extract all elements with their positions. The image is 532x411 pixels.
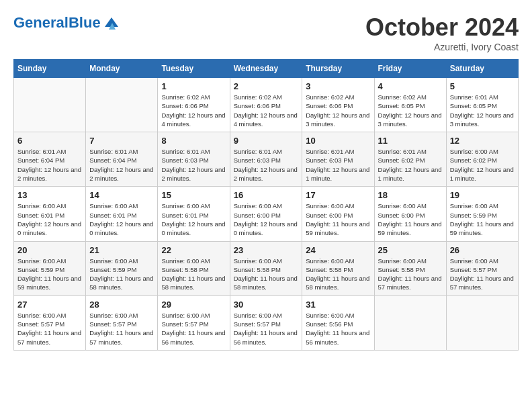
day-number: 18 — [378, 190, 443, 200]
calendar-cell — [446, 295, 518, 350]
day-number: 9 — [234, 136, 299, 146]
day-detail: Sunrise: 6:00 AM Sunset: 5:57 PM Dayligh… — [89, 311, 154, 347]
calendar-cell: 24Sunrise: 6:00 AM Sunset: 5:58 PM Dayli… — [302, 241, 374, 295]
day-header-saturday: Saturday — [446, 60, 518, 78]
day-number: 25 — [378, 245, 443, 255]
day-number: 4 — [378, 81, 443, 91]
calendar-cell: 20Sunrise: 6:00 AM Sunset: 5:59 PM Dayli… — [14, 241, 86, 295]
day-detail: Sunrise: 6:01 AM Sunset: 6:03 PM Dayligh… — [306, 147, 370, 183]
month-title: October 2024 — [365, 13, 519, 42]
day-detail: Sunrise: 6:02 AM Sunset: 6:06 PM Dayligh… — [234, 93, 299, 128]
day-number: 13 — [17, 190, 82, 200]
day-number: 8 — [161, 136, 226, 146]
day-detail: Sunrise: 6:00 AM Sunset: 5:58 PM Dayligh… — [234, 257, 299, 292]
day-number: 30 — [234, 300, 299, 310]
day-detail: Sunrise: 6:00 AM Sunset: 5:58 PM Dayligh… — [378, 257, 443, 292]
day-number: 23 — [234, 245, 299, 255]
calendar-cell: 8Sunrise: 6:01 AM Sunset: 6:03 PM Daylig… — [158, 132, 230, 187]
calendar-cell: 23Sunrise: 6:00 AM Sunset: 5:58 PM Dayli… — [230, 241, 302, 295]
calendar-cell — [374, 295, 446, 350]
week-row-4: 20Sunrise: 6:00 AM Sunset: 5:59 PM Dayli… — [14, 241, 519, 295]
day-detail: Sunrise: 6:00 AM Sunset: 5:56 PM Dayligh… — [306, 311, 370, 347]
day-number: 22 — [161, 245, 226, 255]
day-number: 2 — [234, 81, 299, 91]
calendar-cell: 22Sunrise: 6:00 AM Sunset: 5:58 PM Dayli… — [158, 241, 230, 295]
logo: GeneralBlue — [13, 13, 121, 32]
calendar-cell: 21Sunrise: 6:00 AM Sunset: 5:59 PM Dayli… — [86, 241, 158, 295]
calendar-cell: 17Sunrise: 6:00 AM Sunset: 6:00 PM Dayli… — [302, 187, 374, 241]
logo-text: GeneralBlue — [13, 14, 101, 32]
day-detail: Sunrise: 6:02 AM Sunset: 6:06 PM Dayligh… — [306, 93, 370, 128]
day-detail: Sunrise: 6:00 AM Sunset: 5:58 PM Dayligh… — [306, 257, 370, 292]
calendar-cell: 6Sunrise: 6:01 AM Sunset: 6:04 PM Daylig… — [14, 132, 86, 187]
week-row-3: 13Sunrise: 6:00 AM Sunset: 6:01 PM Dayli… — [14, 187, 519, 241]
calendar-cell: 14Sunrise: 6:00 AM Sunset: 6:01 PM Dayli… — [86, 187, 158, 241]
day-detail: Sunrise: 6:02 AM Sunset: 6:05 PM Dayligh… — [378, 93, 443, 128]
day-number: 16 — [234, 190, 299, 200]
calendar-cell — [86, 78, 158, 132]
week-row-5: 27Sunrise: 6:00 AM Sunset: 5:57 PM Dayli… — [14, 295, 519, 350]
calendar-cell — [14, 78, 86, 132]
calendar-cell: 30Sunrise: 6:00 AM Sunset: 5:57 PM Dayli… — [230, 295, 302, 350]
day-number: 28 — [89, 300, 154, 310]
calendar-cell: 4Sunrise: 6:02 AM Sunset: 6:05 PM Daylig… — [374, 78, 446, 132]
day-header-monday: Monday — [86, 60, 158, 78]
day-number: 1 — [161, 81, 226, 91]
calendar-cell: 26Sunrise: 6:00 AM Sunset: 5:57 PM Dayli… — [446, 241, 518, 295]
day-header-thursday: Thursday — [302, 60, 374, 78]
day-detail: Sunrise: 6:01 AM Sunset: 6:04 PM Dayligh… — [89, 147, 154, 183]
day-number: 5 — [450, 81, 515, 91]
day-detail: Sunrise: 6:00 AM Sunset: 6:02 PM Dayligh… — [450, 147, 515, 183]
day-detail: Sunrise: 6:00 AM Sunset: 6:01 PM Dayligh… — [17, 201, 82, 237]
page-header: GeneralBlue October 2024 Azuretti, Ivory… — [13, 13, 519, 52]
day-number: 3 — [306, 81, 370, 91]
title-block: October 2024 Azuretti, Ivory Coast — [365, 13, 519, 52]
day-number: 6 — [17, 136, 82, 146]
day-detail: Sunrise: 6:01 AM Sunset: 6:02 PM Dayligh… — [378, 147, 443, 183]
logo-icon — [102, 13, 121, 32]
day-detail: Sunrise: 6:00 AM Sunset: 5:57 PM Dayligh… — [234, 311, 299, 347]
calendar-cell: 16Sunrise: 6:00 AM Sunset: 6:00 PM Dayli… — [230, 187, 302, 241]
day-detail: Sunrise: 6:00 AM Sunset: 5:59 PM Dayligh… — [89, 257, 154, 292]
week-row-1: 1Sunrise: 6:02 AM Sunset: 6:06 PM Daylig… — [14, 78, 519, 132]
calendar-cell: 27Sunrise: 6:00 AM Sunset: 5:57 PM Dayli… — [14, 295, 86, 350]
day-detail: Sunrise: 6:00 AM Sunset: 5:57 PM Dayligh… — [161, 311, 226, 347]
day-detail: Sunrise: 6:02 AM Sunset: 6:06 PM Dayligh… — [161, 93, 226, 128]
day-number: 21 — [89, 245, 154, 255]
location-subtitle: Azuretti, Ivory Coast — [365, 42, 519, 52]
day-number: 17 — [306, 190, 370, 200]
calendar-cell: 1Sunrise: 6:02 AM Sunset: 6:06 PM Daylig… — [158, 78, 230, 132]
calendar-cell: 3Sunrise: 6:02 AM Sunset: 6:06 PM Daylig… — [302, 78, 374, 132]
calendar-cell: 10Sunrise: 6:01 AM Sunset: 6:03 PM Dayli… — [302, 132, 374, 187]
header-row: SundayMondayTuesdayWednesdayThursdayFrid… — [14, 60, 519, 78]
day-detail: Sunrise: 6:01 AM Sunset: 6:04 PM Dayligh… — [17, 147, 82, 183]
calendar-cell: 7Sunrise: 6:01 AM Sunset: 6:04 PM Daylig… — [86, 132, 158, 187]
day-number: 26 — [450, 245, 515, 255]
day-detail: Sunrise: 6:00 AM Sunset: 5:59 PM Dayligh… — [450, 201, 515, 237]
day-number: 24 — [306, 245, 370, 255]
day-number: 15 — [161, 190, 226, 200]
day-detail: Sunrise: 6:00 AM Sunset: 5:57 PM Dayligh… — [450, 257, 515, 292]
calendar-cell: 18Sunrise: 6:00 AM Sunset: 6:00 PM Dayli… — [374, 187, 446, 241]
day-number: 7 — [89, 136, 154, 146]
calendar-cell: 5Sunrise: 6:01 AM Sunset: 6:05 PM Daylig… — [446, 78, 518, 132]
day-detail: Sunrise: 6:00 AM Sunset: 6:01 PM Dayligh… — [89, 201, 154, 237]
day-detail: Sunrise: 6:00 AM Sunset: 6:00 PM Dayligh… — [234, 201, 299, 237]
calendar-cell: 13Sunrise: 6:00 AM Sunset: 6:01 PM Dayli… — [14, 187, 86, 241]
day-number: 12 — [450, 136, 515, 146]
calendar-cell: 29Sunrise: 6:00 AM Sunset: 5:57 PM Dayli… — [158, 295, 230, 350]
week-row-2: 6Sunrise: 6:01 AM Sunset: 6:04 PM Daylig… — [14, 132, 519, 187]
day-detail: Sunrise: 6:00 AM Sunset: 6:00 PM Dayligh… — [378, 201, 443, 237]
calendar-cell: 9Sunrise: 6:01 AM Sunset: 6:03 PM Daylig… — [230, 132, 302, 187]
calendar-cell: 2Sunrise: 6:02 AM Sunset: 6:06 PM Daylig… — [230, 78, 302, 132]
day-detail: Sunrise: 6:00 AM Sunset: 5:59 PM Dayligh… — [17, 257, 82, 292]
calendar-cell: 25Sunrise: 6:00 AM Sunset: 5:58 PM Dayli… — [374, 241, 446, 295]
day-detail: Sunrise: 6:00 AM Sunset: 5:58 PM Dayligh… — [161, 257, 226, 292]
day-detail: Sunrise: 6:00 AM Sunset: 5:57 PM Dayligh… — [17, 311, 82, 347]
day-detail: Sunrise: 6:01 AM Sunset: 6:05 PM Dayligh… — [450, 93, 515, 128]
calendar-cell: 12Sunrise: 6:00 AM Sunset: 6:02 PM Dayli… — [446, 132, 518, 187]
calendar-cell: 19Sunrise: 6:00 AM Sunset: 5:59 PM Dayli… — [446, 187, 518, 241]
day-number: 10 — [306, 136, 370, 146]
day-detail: Sunrise: 6:01 AM Sunset: 6:03 PM Dayligh… — [161, 147, 226, 183]
calendar-cell: 15Sunrise: 6:00 AM Sunset: 6:01 PM Dayli… — [158, 187, 230, 241]
